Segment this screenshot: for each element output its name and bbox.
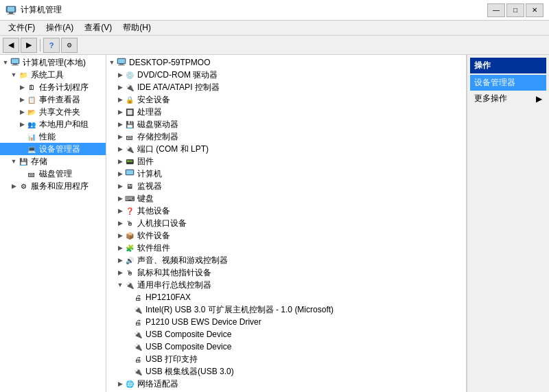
mid-p1210[interactable]: 🖨 P1210 USB EWS Device Driver — [106, 316, 466, 328]
dvd-icon: 💿 — [124, 69, 135, 80]
left-services[interactable]: ▶ ⚙ 服务和应用程序 — [0, 180, 106, 192]
mid-comp-toggle[interactable]: ▶ — [116, 170, 124, 178]
left-system-tools[interactable]: ▼ 📁 系统工具 — [0, 69, 106, 81]
mid-proc-toggle[interactable]: ▶ — [116, 108, 124, 116]
menu-help[interactable]: 帮助(H) — [117, 21, 156, 35]
mid-swd-toggle[interactable]: ▶ — [116, 231, 124, 240]
devmgr-label: 设备管理器 — [39, 143, 80, 155]
folder-icon: 📁 — [18, 69, 29, 80]
mid-usb-toggle[interactable]: ▼ — [116, 281, 124, 289]
mid-computer[interactable]: ▶ 计算机 — [106, 168, 466, 180]
event-toggle[interactable]: ▶ — [18, 95, 26, 104]
mid-other-devices[interactable]: ▶ ❓ 其他设备 — [106, 205, 466, 217]
mid-root[interactable]: ▼ DESKTOP-59TPMOO — [106, 56, 466, 69]
mid-keyboard[interactable]: ▶ ⌨ 键盘 — [106, 192, 466, 205]
mid-usb-hub[interactable]: 🔌 USB 根集线器(USB 3.0) — [106, 365, 466, 378]
maximize-button[interactable]: □ — [506, 3, 524, 17]
title-controls: — □ ✕ — [487, 3, 544, 17]
mid-security-toggle[interactable]: ▶ — [116, 95, 124, 104]
task-icon: 🗓 — [26, 82, 37, 93]
mid-usb-composite-2[interactable]: 🔌 USB Composite Device — [106, 341, 466, 353]
menu-action[interactable]: 操作(A) — [40, 21, 79, 35]
close-button[interactable]: ✕ — [526, 3, 544, 17]
mid-mouse[interactable]: ▶ 🖱 鼠标和其他指针设备 — [106, 266, 466, 279]
properties-button[interactable]: ⚙ — [61, 38, 78, 53]
mid-security[interactable]: ▶ 🔒 安全设备 — [106, 93, 466, 106]
mid-intel-usb[interactable]: 🔌 Intel(R) USB 3.0 可扩展主机控制器 - 1.0 (Micro… — [106, 303, 466, 316]
mid-hp1210[interactable]: 🖨 HP1210FAX — [106, 291, 466, 303]
print-icon: 🖨 — [132, 354, 143, 365]
mid-usb-composite-1[interactable]: 🔌 USB Composite Device — [106, 328, 466, 341]
mid-ide-toggle[interactable]: ▶ — [116, 83, 124, 91]
users-toggle[interactable]: ▶ — [18, 120, 26, 128]
minimize-button[interactable]: — — [487, 3, 505, 17]
mid-other-toggle[interactable]: ▶ — [116, 207, 124, 215]
mid-sw-devices[interactable]: ▶ 📦 软件设备 — [106, 229, 466, 242]
mid-hid[interactable]: ▶ 🖱 人机接口设备 — [106, 217, 466, 229]
mid-monitor[interactable]: ▶ 🖥 监视器 — [106, 180, 466, 192]
mid-dvd-toggle[interactable]: ▶ — [116, 71, 124, 79]
left-shared-folders[interactable]: ▶ 📂 共享文件夹 — [0, 106, 106, 118]
left-local-users[interactable]: ▶ 👥 本地用户和组 — [0, 118, 106, 130]
mid-ide[interactable]: ▶ 🔌 IDE ATA/ATAPI 控制器 — [106, 81, 466, 93]
fw-icon: 📟 — [124, 156, 135, 167]
svg-rect-13 — [126, 170, 133, 174]
left-task-scheduler[interactable]: ▶ 🗓 任务计划程序 — [0, 81, 106, 93]
left-event-viewer[interactable]: ▶ 📋 事件查看器 — [0, 93, 106, 106]
svg-rect-1 — [8, 7, 14, 12]
mid-root-toggle[interactable]: ▼ — [108, 58, 116, 67]
services-toggle[interactable]: ▶ — [10, 182, 18, 190]
menu-view[interactable]: 查看(V) — [79, 21, 117, 35]
task-scheduler-toggle[interactable]: ▶ — [18, 83, 26, 91]
mid-swc-toggle[interactable]: ▶ — [116, 244, 124, 252]
net-icon: 🌐 — [124, 378, 135, 389]
mid-network[interactable]: ▶ 🌐 网络适配器 — [106, 378, 466, 390]
shared-toggle[interactable]: ▶ — [18, 108, 26, 116]
forward-button[interactable]: ▶ — [21, 38, 37, 53]
right-action-device-manager[interactable]: 设备管理器 — [470, 75, 546, 91]
title-bar: 计算机管理 — □ ✕ — [0, 0, 549, 21]
back-button[interactable]: ◀ — [3, 38, 19, 53]
left-performance[interactable]: 📊 性能 — [0, 130, 106, 143]
left-root[interactable]: ▼ 计算机管理(本地) — [0, 56, 106, 69]
mid-mon-toggle[interactable]: ▶ — [116, 182, 124, 190]
mid-mouse-toggle[interactable]: ▶ — [116, 268, 124, 277]
mid-net-toggle[interactable]: ▶ — [116, 380, 124, 388]
mid-com[interactable]: ▶ 🔌 端口 (COM 和 LPT) — [106, 143, 466, 155]
mid-firmware[interactable]: ▶ 📟 固件 — [106, 155, 466, 168]
mid-disk-toggle[interactable]: ▶ — [116, 120, 124, 128]
left-storage[interactable]: ▼ 💾 存储 — [0, 155, 106, 168]
help-button[interactable]: ? — [43, 38, 60, 53]
event-label: 事件查看器 — [39, 94, 80, 106]
shared-label: 共享文件夹 — [39, 106, 80, 118]
left-root-toggle[interactable]: ▼ — [1, 58, 10, 67]
mid-storage-ctrl[interactable]: ▶ 🖴 存储控制器 — [106, 130, 466, 143]
mid-sw-components[interactable]: ▶ 🧩 软件组件 — [106, 242, 466, 254]
event-icon: 📋 — [26, 94, 37, 105]
left-disk-mgmt[interactable]: 🖴 磁盘管理 — [0, 168, 106, 180]
mid-sound[interactable]: ▶ 🔊 声音、视频和游戏控制器 — [106, 254, 466, 266]
storage-icon: 💾 — [18, 156, 29, 167]
mid-snd-toggle[interactable]: ▶ — [116, 256, 124, 264]
left-device-manager[interactable]: 💻 设备管理器 — [0, 143, 106, 155]
svg-rect-11 — [118, 65, 125, 66]
menu-file[interactable]: 文件(F) — [3, 21, 40, 35]
mid-disk-drives[interactable]: ▶ 💾 磁盘驱动器 — [106, 118, 466, 130]
mid-usb-ctrl[interactable]: ▼ 🔌 通用串行总线控制器 — [106, 279, 466, 291]
svg-rect-7 — [12, 65, 19, 66]
mid-processor[interactable]: ▶ 🔲 处理器 — [106, 106, 466, 118]
mid-usb-print[interactable]: 🖨 USB 打印支持 — [106, 353, 466, 365]
storage-toggle[interactable]: ▼ — [10, 157, 18, 165]
mid-com-toggle[interactable]: ▶ — [116, 145, 124, 153]
mid-kb-toggle[interactable]: ▶ — [116, 194, 124, 203]
mid-intel-label: Intel(R) USB 3.0 可扩展主机控制器 - 1.0 (Microso… — [145, 304, 334, 316]
mid-hid-toggle[interactable]: ▶ — [116, 219, 124, 227]
mid-ucd1-label: USB Composite Device — [145, 330, 231, 339]
right-action-more[interactable]: 更多操作 ▶ — [470, 91, 546, 106]
mid-sc-toggle[interactable]: ▶ — [116, 132, 124, 141]
mid-dvd[interactable]: ▶ 💿 DVD/CD-ROM 驱动器 — [106, 69, 466, 81]
svg-rect-6 — [13, 64, 17, 65]
system-tools-toggle[interactable]: ▼ — [10, 71, 18, 79]
swc-icon: 🧩 — [124, 242, 135, 253]
mid-fw-toggle[interactable]: ▶ — [116, 157, 124, 165]
